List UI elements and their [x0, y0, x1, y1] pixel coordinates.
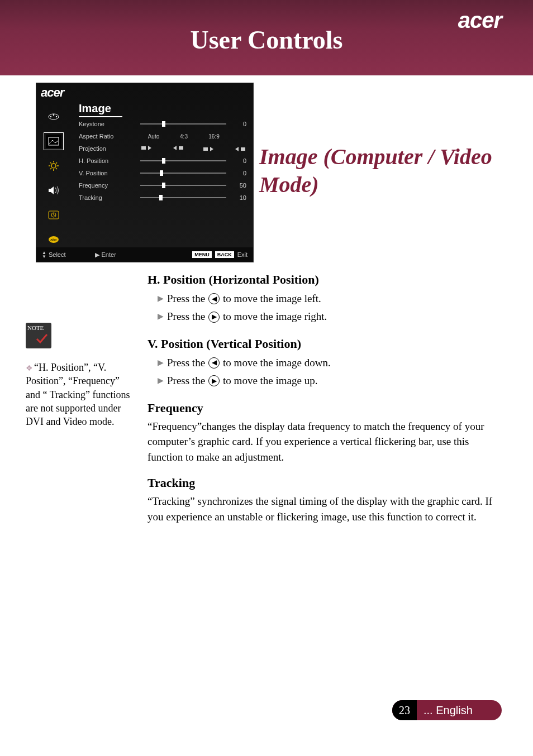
list-item: ▶ Press the ▶ to move the image up.	[158, 372, 494, 389]
osd-value: 50	[233, 182, 246, 189]
h-position-block: H. Position (Horizontal Position) ▶ Pres…	[147, 272, 494, 326]
text: to move the image left.	[223, 290, 321, 307]
osd-label: H. Position	[79, 157, 140, 164]
diamond-icon: ❖	[26, 364, 33, 372]
note-body: “H. Position”, “V. Position”, “Frequency…	[26, 362, 130, 427]
bullet-icon: ▶	[158, 357, 164, 369]
osd-row-vpos: V. Position 0	[79, 167, 246, 179]
osd-bottom-bar: ▲▼Select ▶Enter MENU BACK Exit	[36, 247, 253, 262]
osd-icon-language: abc	[46, 233, 61, 246]
right-icon: ▶	[95, 251, 99, 259]
osd-opt: 16:9	[201, 133, 227, 140]
svg-rect-11	[179, 146, 183, 150]
osd-settings-table: Keystone 0 Aspect Ratio Auto 4:3 16:9 Pr…	[79, 118, 246, 204]
osd-label: Projection	[79, 145, 140, 152]
osd-sidebar: abc	[36, 102, 71, 247]
svg-rect-10	[141, 146, 146, 150]
note-text: ❖“H. Position”, “V. Position”, “Frequenc…	[26, 361, 135, 428]
projection-icon	[233, 144, 246, 153]
text: Press the	[167, 308, 205, 325]
slider-icon	[140, 160, 226, 161]
osd-row-projection: Projection	[79, 142, 246, 155]
osd-exit: Exit	[237, 251, 248, 258]
osd-back: BACK	[215, 251, 234, 258]
svg-point-1	[50, 116, 51, 117]
frequency-title: Frequency	[147, 401, 494, 415]
slider-icon	[140, 173, 226, 174]
osd-label: V. Position	[79, 170, 140, 176]
osd-value: 0	[233, 121, 246, 127]
osd-icon-timer	[46, 208, 61, 222]
note-icon: NOTE	[26, 323, 51, 348]
frequency-block: Frequency “Frequency”changes the display…	[147, 401, 494, 465]
osd-screenshot: acer abc Image Keystone 0 Aspect Ratio A	[36, 83, 254, 262]
text: to move the image up.	[223, 372, 317, 389]
left-arrow-icon: ◀	[208, 293, 220, 304]
v-position-block: V. Position (Vertical Position) ▶ Press …	[147, 337, 494, 390]
osd-value: 0	[233, 170, 246, 176]
bullet-icon: ▶	[158, 375, 164, 387]
text: Press the	[167, 372, 205, 389]
content: H. Position (Horizontal Position) ▶ Pres…	[147, 270, 494, 535]
page-number: 23	[392, 700, 417, 720]
bullet-icon: ▶	[158, 310, 164, 323]
osd-icon-color	[46, 110, 61, 123]
list-item: ▶ Press the ▶ to move the image right.	[158, 308, 494, 325]
svg-point-2	[53, 114, 54, 116]
right-arrow-icon: ▶	[208, 375, 220, 386]
list-item: ▶ Press the ◀ to move the image left.	[158, 290, 494, 307]
page-title: User Controls	[0, 25, 533, 55]
osd-brand: acer	[41, 85, 64, 100]
projection-icon	[140, 144, 154, 153]
svg-point-5	[51, 164, 56, 168]
osd-opt: Auto	[140, 133, 167, 140]
osd-enter: Enter	[102, 251, 116, 258]
text: Press the	[167, 290, 205, 307]
osd-opt: 4:3	[170, 133, 197, 140]
page-language: ... English	[423, 704, 473, 717]
osd-value: 0	[233, 157, 246, 164]
text: Press the	[167, 355, 205, 371]
section-title: Image (Computer / Video Mode)	[259, 143, 499, 199]
v-position-title: V. Position (Vertical Position)	[147, 337, 494, 351]
projection-icon	[171, 144, 184, 153]
osd-select: Select	[49, 251, 66, 258]
svg-rect-13	[241, 147, 245, 151]
updown-icon: ▲▼	[42, 251, 46, 259]
slider-icon	[140, 185, 226, 186]
osd-row-aspect: Aspect Ratio Auto 4:3 16:9	[79, 130, 246, 142]
osd-menu: MENU	[192, 251, 212, 258]
note-badge-label: NOTE	[27, 324, 44, 331]
text: to move the image right.	[223, 308, 327, 325]
osd-value: 10	[233, 194, 246, 201]
slider-icon	[140, 197, 226, 198]
osd-row-keystone: Keystone 0	[79, 118, 246, 130]
osd-icon-image	[46, 135, 61, 148]
slider-icon	[140, 123, 226, 125]
left-arrow-icon: ◀	[208, 357, 220, 369]
svg-rect-12	[203, 147, 208, 151]
projection-icon	[202, 144, 216, 153]
svg-point-3	[56, 116, 57, 117]
tracking-block: Tracking “Tracking” synchronizes the sig…	[147, 476, 494, 524]
osd-row-freq: Frequency 50	[79, 179, 246, 192]
osd-label: Aspect Ratio	[79, 133, 140, 140]
right-arrow-icon: ▶	[208, 312, 220, 323]
page-footer: 23 ... English	[392, 700, 502, 720]
h-position-title: H. Position (Horizontal Position)	[147, 272, 494, 287]
bullet-icon: ▶	[158, 293, 164, 305]
osd-title: Image	[79, 102, 122, 117]
osd-label: Tracking	[79, 194, 140, 201]
list-item: ▶ Press the ◀ to move the image down.	[158, 355, 494, 371]
tracking-title: Tracking	[147, 476, 494, 490]
frequency-body: “Frequency”changes the display data freq…	[147, 419, 494, 465]
tracking-body: “Tracking” synchronizes the signal timin…	[147, 494, 494, 524]
osd-row-track: Tracking 10	[79, 192, 246, 204]
osd-icon-audio	[46, 184, 61, 197]
svg-text:abc: abc	[50, 238, 57, 242]
osd-label: Frequency	[79, 182, 140, 189]
osd-label: Keystone	[79, 121, 140, 127]
osd-row-hpos: H. Position 0	[79, 155, 246, 167]
text: to move the image down.	[223, 355, 331, 371]
osd-icon-management	[46, 159, 61, 173]
